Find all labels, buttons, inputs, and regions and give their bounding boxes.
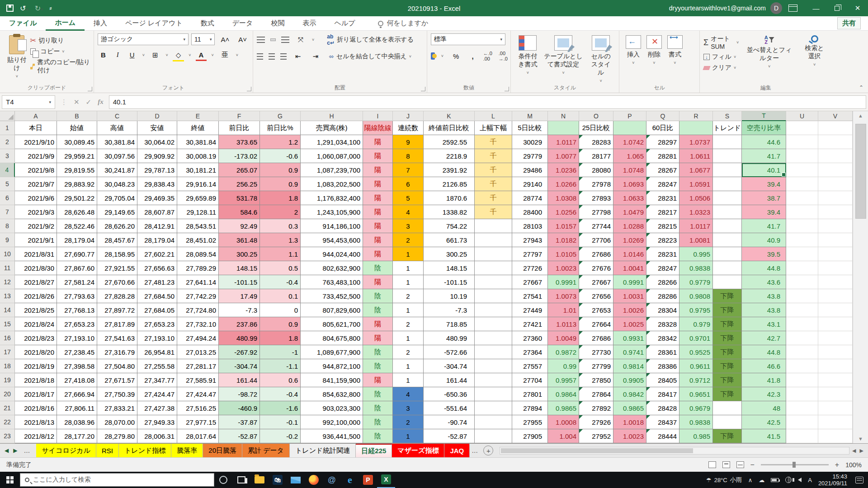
cell-D2[interactable]: 30,064.02 — [137, 135, 177, 149]
cell-I16[interactable]: 陽 — [363, 331, 393, 345]
cell-D3[interactable]: 29,909.92 — [137, 149, 177, 163]
select-all-corner[interactable] — [0, 111, 15, 121]
cell-I6[interactable]: 陽 — [363, 191, 393, 205]
cell-P12[interactable]: 0.9991 — [613, 275, 646, 289]
cell-H7[interactable]: 1,243,105,900 — [301, 205, 363, 219]
cell-F17[interactable]: -267.92 — [219, 345, 260, 359]
cell-K11[interactable]: 148.15 — [424, 261, 475, 275]
cell-A17[interactable]: 2021/8/20 — [15, 345, 57, 359]
decrease-decimal-button[interactable]: .00→.0 — [499, 51, 508, 61]
cell-A8[interactable]: 2021/9/2 — [15, 219, 57, 233]
cell-H9[interactable]: 954,453,600 — [301, 233, 363, 247]
cell-G2[interactable]: 1.2 — [260, 135, 301, 149]
cell-S16[interactable]: 下降 — [713, 331, 742, 345]
accounting-format-icon[interactable] — [431, 52, 435, 60]
zoom-in-icon[interactable]: + — [835, 461, 839, 469]
cell-R15[interactable]: 0.979 — [679, 317, 713, 331]
cell-A21[interactable]: 2021/8/16 — [15, 401, 57, 415]
horizontal-scrollbar[interactable] — [500, 447, 849, 455]
align-left-icon[interactable] — [257, 53, 263, 60]
cell-G16[interactable]: 1.8 — [260, 331, 301, 345]
cell-K12[interactable]: -101.15 — [424, 275, 475, 289]
cell-T17[interactable]: 44.8 — [742, 345, 786, 359]
cell-O12[interactable]: 27667 — [579, 275, 613, 289]
cell-E10[interactable]: 28,089.54 — [177, 247, 219, 261]
header-cell-Q[interactable]: 60日比 — [646, 121, 679, 135]
header-cell-K[interactable]: 終値前日比較 — [424, 121, 475, 135]
cell-Q2[interactable]: 28297 — [646, 135, 679, 149]
cell-F8[interactable]: 92.49 — [219, 219, 260, 233]
collapse-ribbon-icon[interactable]: ⌃ — [859, 84, 863, 91]
cell-O3[interactable]: 28177 — [579, 149, 613, 163]
cell-A23[interactable]: 2021/8/12 — [15, 429, 57, 443]
cell-H6[interactable]: 1,176,832,400 — [301, 191, 363, 205]
cell-J23[interactable]: 1 — [393, 429, 424, 443]
cell-N20[interactable]: 0.9864 — [548, 387, 579, 401]
column-header-E[interactable]: E — [177, 111, 219, 121]
header-cell-E[interactable]: 終値 — [177, 121, 219, 135]
cell-U10[interactable] — [786, 247, 818, 261]
cell-O8[interactable]: 27744 — [579, 219, 613, 233]
cell-V23[interactable] — [818, 429, 853, 443]
scroll-up-icon[interactable]: ▲ — [853, 111, 868, 120]
cell-L7[interactable]: 千 — [475, 205, 512, 219]
cell-H2[interactable]: 1,291,034,100 — [301, 135, 363, 149]
format-as-table-button[interactable]: テーブルとして書式設定˅ — [541, 33, 586, 85]
cell-N18[interactable]: 0.99 — [548, 359, 579, 373]
cell-N9[interactable]: 1.0182 — [548, 233, 579, 247]
cell-O14[interactable]: 27653 — [579, 303, 613, 317]
sheet-overflow-left[interactable]: … — [22, 447, 32, 454]
cell-S22[interactable] — [713, 415, 742, 429]
align-bottom-icon[interactable] — [281, 37, 289, 43]
cell-A10[interactable]: 2021/8/31 — [15, 247, 57, 261]
cell-F15[interactable]: 237.86 — [219, 317, 260, 331]
fill-button[interactable]: ↓フィル˅ — [703, 53, 739, 61]
column-header-T[interactable]: T — [742, 111, 786, 121]
cell-V4[interactable] — [818, 163, 853, 177]
cell-K13[interactable]: 10.19 — [424, 289, 475, 303]
cell-U20[interactable] — [786, 387, 818, 401]
cell-M10[interactable]: 27797 — [512, 247, 548, 261]
cell-N11[interactable]: 1.0023 — [548, 261, 579, 275]
powerpoint-button[interactable]: P — [359, 472, 377, 488]
cell-E2[interactable]: 30,381.84 — [177, 135, 219, 149]
add-sheet-button[interactable]: + — [483, 446, 493, 455]
cell-N16[interactable]: 1.0049 — [548, 331, 579, 345]
cell-B17[interactable]: 27,238.45 — [57, 345, 97, 359]
cell-M23[interactable]: 27905 — [512, 429, 548, 443]
cell-C9[interactable]: 28,457.67 — [97, 233, 137, 247]
number-dialog-launcher[interactable] — [505, 87, 509, 91]
cell-T23[interactable]: 41.5 — [742, 429, 786, 443]
cell-V10[interactable] — [818, 247, 853, 261]
cell-F12[interactable]: -101.15 — [219, 275, 260, 289]
cell-F2[interactable]: 373.65 — [219, 135, 260, 149]
start-button[interactable] — [0, 472, 20, 488]
cell-T18[interactable]: 46.6 — [742, 359, 786, 373]
customize-qat-icon[interactable]: ⸗ — [49, 4, 52, 12]
cell-G12[interactable]: -0.4 — [260, 275, 301, 289]
cell-N17[interactable]: 0.9872 — [548, 345, 579, 359]
cell-Q20[interactable]: 28417 — [646, 387, 679, 401]
cell-C20[interactable]: 27,750.39 — [97, 387, 137, 401]
cell-E17[interactable]: 27,013.25 — [177, 345, 219, 359]
cell-R17[interactable]: 0.9525 — [679, 345, 713, 359]
cell-O15[interactable]: 27664 — [579, 317, 613, 331]
tell-me-search[interactable]: 何をしますか — [378, 19, 429, 28]
cell-F18[interactable]: -304.74 — [219, 359, 260, 373]
cell-B21[interactable]: 27,806.11 — [57, 401, 97, 415]
redo-icon[interactable]: ↻˅ — [35, 4, 43, 13]
row-header-7[interactable]: 7 — [0, 205, 15, 219]
cell-J16[interactable]: 1 — [393, 331, 424, 345]
cell-E8[interactable]: 28,543.51 — [177, 219, 219, 233]
cell-M13[interactable]: 27541 — [512, 289, 548, 303]
cell-D8[interactable]: 28,412.91 — [137, 219, 177, 233]
cell-D22[interactable]: 27,949.33 — [137, 415, 177, 429]
cell-K22[interactable]: -90.74 — [424, 415, 475, 429]
cell-P14[interactable]: 1.0026 — [613, 303, 646, 317]
cell-V20[interactable] — [818, 387, 853, 401]
borders-button[interactable]: ⊞ — [149, 50, 161, 60]
cell-M8[interactable]: 28103 — [512, 219, 548, 233]
cell-L11[interactable] — [475, 261, 512, 275]
cell-U18[interactable] — [786, 359, 818, 373]
ribbon-display-options-icon[interactable] — [788, 5, 797, 12]
